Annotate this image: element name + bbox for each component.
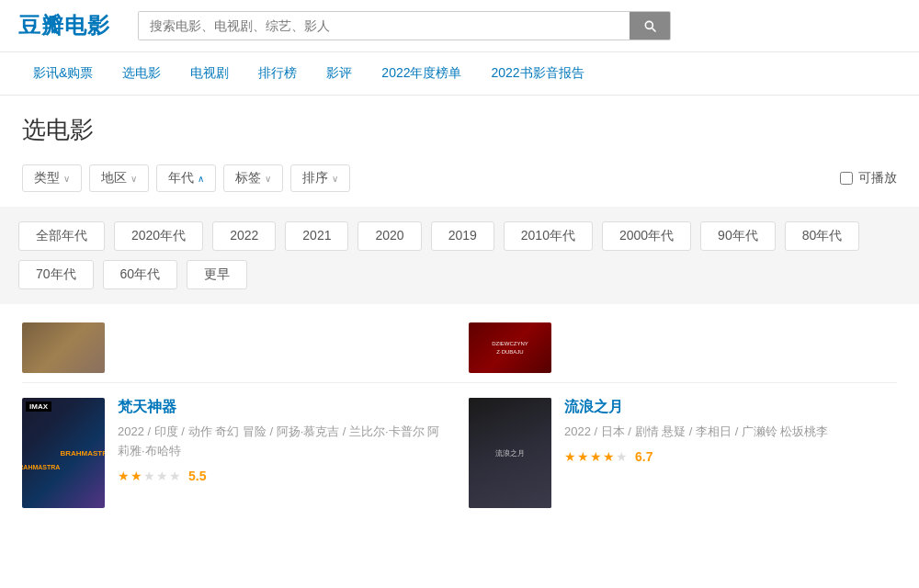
search-icon — [642, 18, 657, 33]
chevron-down-icon: ∨ — [63, 174, 70, 184]
filter-sort[interactable]: 排序 ∨ — [290, 164, 350, 192]
header: 豆瓣电影 — [0, 0, 919, 52]
star-4: ★ — [156, 469, 168, 483]
playable-checkbox[interactable] — [840, 172, 853, 185]
partial-poster-left — [22, 322, 105, 373]
stars-brahmastra: ★ ★ ★ ★ ★ — [118, 469, 181, 483]
nav-item-report[interactable]: 2022书影音报告 — [477, 52, 599, 95]
filter-bar: 类型 ∨ 地区 ∨ 年代 ∧ 标签 ∨ 排序 ∨ 可播放 — [22, 164, 897, 192]
year-tag-2020s[interactable]: 2020年代 — [114, 221, 203, 251]
page-title: 选电影 — [22, 114, 897, 146]
filter-tag[interactable]: 标签 ∨ — [223, 164, 283, 192]
movie-info-brahmastra: 梵天神器 2022 / 印度 / 动作 奇幻 冒险 / 阿扬·慕克吉 / 兰比尔… — [118, 398, 450, 508]
year-tag-80s[interactable]: 80年代 — [785, 221, 860, 251]
movie-poster-liulang[interactable]: 流浪之月 — [469, 398, 551, 508]
movie-item-brahmastra: IMAX BRAHMASTRA 梵天神器 2022 / 印度 / 动作 奇幻 冒… — [22, 398, 450, 508]
imax-badge: IMAX — [26, 401, 51, 412]
search-bar — [138, 11, 671, 40]
playable-filter: 可播放 — [840, 170, 897, 187]
nav-item-news[interactable]: 影讯&购票 — [18, 52, 108, 95]
movie-info-liulang: 流浪之月 2022 / 日本 / 剧情 悬疑 / 李相日 / 广濑铃 松坂桃李 … — [564, 398, 897, 508]
search-button[interactable] — [630, 12, 670, 40]
year-tag-2000s[interactable]: 2000年代 — [602, 221, 691, 251]
star-3: ★ — [143, 469, 155, 483]
nav-item-select[interactable]: 选电影 — [108, 52, 176, 95]
year-tag-2022[interactable]: 2022 — [212, 221, 276, 251]
main-nav: 影讯&购票 选电影 电视剧 排行榜 影评 2022年度榜单 2022书影音报告 — [0, 52, 919, 96]
movie-title-brahmastra[interactable]: 梵天神器 — [118, 398, 450, 417]
chevron-down-icon: ∨ — [332, 174, 338, 184]
partial-poster-right: DZIEWCZYNYZ·DUBAJU — [469, 322, 551, 373]
chevron-down-icon: ∨ — [130, 174, 137, 184]
year-tag-70s[interactable]: 70年代 — [18, 260, 94, 289]
star-1: ★ — [564, 449, 576, 464]
filter-region[interactable]: 地区 ∨ — [89, 164, 149, 192]
main-content: 选电影 类型 ∨ 地区 ∨ 年代 ∧ 标签 ∨ 排序 ∨ 可播放 全部年代 20… — [0, 96, 919, 526]
movie-rating-liulang: ★ ★ ★ ★ ★ 6.7 — [564, 449, 897, 464]
star-2: ★ — [577, 449, 589, 464]
nav-item-yearly[interactable]: 2022年度榜单 — [367, 52, 476, 95]
partial-movie-left — [22, 322, 450, 373]
movie-title-liulang[interactable]: 流浪之月 — [564, 398, 897, 417]
year-tags-panel: 全部年代 2020年代 2022 2021 2020 2019 2010年代 2… — [0, 207, 919, 304]
movie-rating-brahmastra: ★ ★ ★ ★ ★ 5.5 — [118, 469, 450, 483]
filter-era[interactable]: 年代 ∧ — [156, 164, 216, 192]
star-5: ★ — [169, 469, 181, 483]
star-2: ★ — [130, 469, 142, 483]
year-tag-2019[interactable]: 2019 — [431, 221, 494, 251]
chevron-down-icon: ∨ — [265, 174, 271, 184]
movies-grid: IMAX BRAHMASTRA 梵天神器 2022 / 印度 / 动作 奇幻 冒… — [22, 398, 897, 508]
year-tag-2010s[interactable]: 2010年代 — [504, 221, 593, 251]
star-1: ★ — [118, 469, 130, 483]
rating-number-liulang: 6.7 — [635, 449, 652, 464]
year-tag-2020[interactable]: 2020 — [357, 221, 421, 251]
rating-number-brahmastra: 5.5 — [188, 469, 206, 483]
star-5: ★ — [616, 449, 628, 464]
nav-item-tv[interactable]: 电视剧 — [176, 52, 244, 95]
site-logo[interactable]: 豆瓣电影 — [18, 11, 110, 40]
search-input[interactable] — [139, 12, 630, 40]
movie-poster-brahmastra[interactable]: IMAX BRAHMASTRA — [22, 398, 105, 508]
year-tag-90s[interactable]: 90年代 — [700, 221, 776, 251]
nav-item-rank[interactable]: 排行榜 — [244, 52, 312, 95]
movie-meta-brahmastra: 2022 / 印度 / 动作 奇幻 冒险 / 阿扬·慕克吉 / 兰比尔·卡普尔 … — [118, 423, 450, 461]
partial-movie-right: DZIEWCZYNYZ·DUBAJU — [469, 322, 897, 373]
movie-item-liulang: 流浪之月 流浪之月 2022 / 日本 / 剧情 悬疑 / 李相日 / 广濑铃 … — [469, 398, 897, 508]
stars-liulang: ★ ★ ★ ★ ★ — [564, 449, 628, 464]
filter-type[interactable]: 类型 ∨ — [22, 164, 82, 192]
year-tag-all[interactable]: 全部年代 — [18, 221, 105, 251]
year-tag-earlier[interactable]: 更早 — [187, 260, 247, 289]
star-4: ★ — [603, 449, 615, 464]
year-tag-2021[interactable]: 2021 — [285, 221, 348, 251]
year-tag-60s[interactable]: 60年代 — [103, 260, 178, 289]
chevron-up-icon: ∧ — [198, 174, 204, 184]
nav-item-review[interactable]: 影评 — [312, 52, 367, 95]
movie-meta-liulang: 2022 / 日本 / 剧情 悬疑 / 李相日 / 广濑铃 松坂桃李 — [564, 423, 897, 442]
star-3: ★ — [590, 449, 602, 464]
